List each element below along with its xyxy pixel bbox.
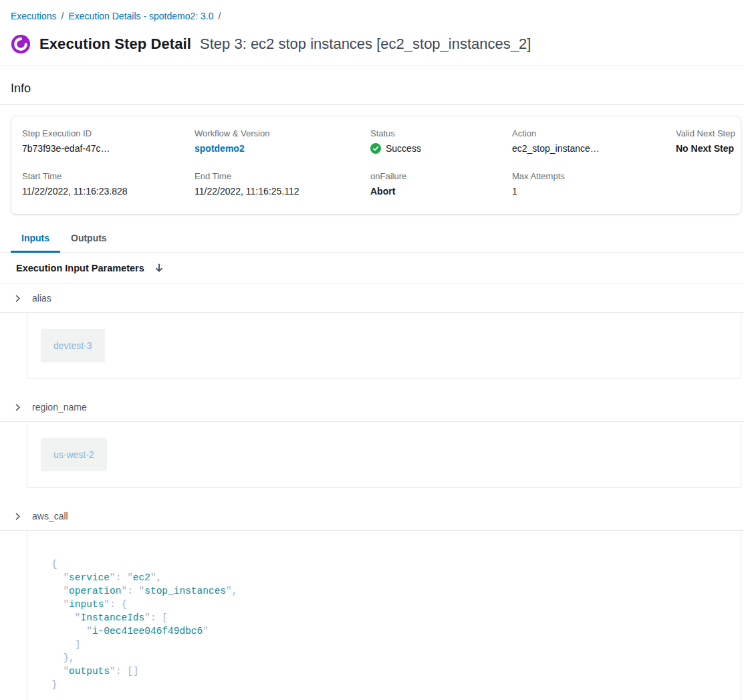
tab-bar: Inputs Outputs <box>0 224 744 253</box>
field-value: No Next Step <box>676 143 735 154</box>
code-line: "i-0ec41ee046f49dbc6" <box>51 624 717 638</box>
param-region-name-toggle[interactable]: region_name <box>0 393 744 422</box>
param-alias-value-chip: devtest-3 <box>41 329 105 362</box>
param-name: aws_call <box>32 511 68 521</box>
status-badge: Success <box>370 143 512 154</box>
param-alias: alias devtest-3 <box>0 284 744 379</box>
field-label: End Time <box>195 171 370 181</box>
field-label: Valid Next Step <box>676 128 735 138</box>
breadcrumb-link-executions[interactable]: Executions <box>11 11 56 21</box>
param-region-name-body: us-west-2 <box>27 422 741 488</box>
field-value: 1 <box>512 186 676 197</box>
chevron-right-icon <box>13 512 22 521</box>
breadcrumb-separator: / <box>219 11 221 21</box>
code-line: "inputs": { <box>51 598 717 611</box>
tab-inputs[interactable]: Inputs <box>11 224 60 252</box>
code-line: "operation": "stop_instances", <box>51 584 717 598</box>
field-label: Max Attempts <box>512 171 676 181</box>
page-subtitle: Step 3: ec2 stop instances [ec2_stop_ins… <box>200 35 531 53</box>
code-line: { <box>51 558 717 571</box>
field-label: onFailure <box>370 171 512 181</box>
field-label: Step Execution ID <box>22 128 195 138</box>
step-info-card: Step Execution ID 7b73f93e-edaf-47c… Wor… <box>11 116 741 215</box>
tab-outputs[interactable]: Outputs <box>60 224 118 252</box>
aws-call-code: { "service": "ec2", "operation": "stop_i… <box>41 547 727 700</box>
chevron-right-icon <box>13 403 22 412</box>
breadcrumb-link-execution-details[interactable]: Execution Details - spotdemo2: 3.0 <box>68 11 213 21</box>
code-line: }, <box>51 651 717 665</box>
field-workflow-version: Workflow & Version spotdemo2 <box>195 128 370 154</box>
param-name: alias <box>32 293 51 304</box>
param-name: region_name <box>32 402 87 413</box>
param-region-name: region_name us-west-2 <box>0 393 744 488</box>
param-aws-call-toggle[interactable]: aws_call <box>0 502 744 531</box>
param-alias-body: devtest-3 <box>27 313 741 379</box>
field-start-time: Start Time 11/22/2022, 11:16:23.828 <box>22 171 195 197</box>
param-aws-call: aws_call { "service": "ec2", "operation"… <box>0 502 744 700</box>
field-value: 7b73f93e-edaf-47c… <box>22 143 195 154</box>
field-end-time: End Time 11/22/2022, 11:16:25.112 <box>195 171 370 197</box>
page-header: Execution Step Detail Step 3: ec2 stop i… <box>0 21 744 66</box>
breadcrumb: Executions/Execution Details - spotdemo2… <box>0 0 744 21</box>
page-title: Execution Step Detail <box>39 35 191 53</box>
field-action: Action ec2_stop_instance… <box>512 128 676 154</box>
code-line: ] <box>51 638 717 651</box>
workflow-link[interactable]: spotdemo2 <box>195 143 370 154</box>
info-section-heading: Info <box>0 66 744 105</box>
field-on-failure: onFailure Abort <box>370 171 512 197</box>
code-line: } <box>51 678 717 691</box>
field-value: 11/22/2022, 11:16:23.828 <box>22 186 195 197</box>
param-aws-call-body: { "service": "ec2", "operation": "stop_i… <box>27 531 741 700</box>
param-region-name-value-chip: us-west-2 <box>41 438 107 471</box>
field-label: Status <box>370 128 512 138</box>
breadcrumb-separator: / <box>61 11 64 21</box>
field-value: ec2_stop_instance… <box>512 143 676 154</box>
field-status: Status Success <box>370 128 512 154</box>
status-text: Success <box>386 143 421 154</box>
chevron-right-icon <box>13 294 22 303</box>
field-label: Action <box>512 128 676 138</box>
field-value: Abort <box>370 186 512 197</box>
field-valid-next-step: Valid Next Step No Next Step <box>676 128 735 154</box>
arrow-down-icon[interactable] <box>154 263 164 273</box>
field-label: Workflow & Version <box>195 128 370 138</box>
code-line: "outputs": [] <box>51 665 717 678</box>
code-line: "InstanceIds": [ <box>51 611 717 624</box>
app-logo-icon <box>11 34 31 54</box>
param-alias-toggle[interactable]: alias <box>0 284 744 313</box>
code-line: "service": "ec2", <box>51 571 717 584</box>
section-title: Execution Input Parameters <box>16 263 144 273</box>
field-step-execution-id: Step Execution ID 7b73f93e-edaf-47c… <box>22 128 195 154</box>
field-max-attempts: Max Attempts 1 <box>512 171 676 197</box>
execution-input-parameters-header: Execution Input Parameters <box>0 253 744 284</box>
success-check-icon <box>370 143 381 154</box>
field-label: Start Time <box>22 171 195 181</box>
field-value: 11/22/2022, 11:16:25.112 <box>195 186 370 197</box>
